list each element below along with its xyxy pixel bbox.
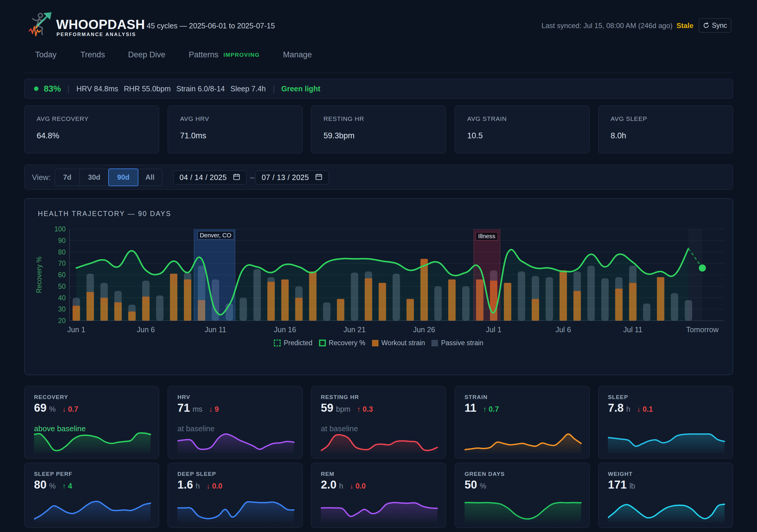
svg-text:Illness: Illness: [478, 233, 495, 239]
svg-text:40: 40: [58, 294, 66, 302]
svg-text:80: 80: [58, 248, 66, 256]
svg-text:Jun 6: Jun 6: [137, 325, 155, 334]
svg-text:70: 70: [58, 259, 66, 267]
svg-text:20: 20: [58, 317, 66, 325]
svg-text:100: 100: [54, 225, 66, 233]
svg-text:Jun 11: Jun 11: [205, 325, 226, 334]
svg-text:50: 50: [58, 282, 66, 290]
svg-text:Jun 16: Jun 16: [274, 325, 296, 334]
svg-text:30: 30: [58, 305, 66, 313]
svg-text:Denver, CO: Denver, CO: [199, 232, 231, 239]
svg-text:Jun 21: Jun 21: [343, 325, 366, 334]
svg-text:Jul 11: Jul 11: [623, 325, 643, 334]
svg-text:Tomorrow: Tomorrow: [686, 325, 719, 334]
svg-text:90: 90: [58, 237, 66, 245]
svg-text:Jun 1: Jun 1: [67, 325, 85, 334]
svg-text:Jul 1: Jul 1: [486, 325, 501, 334]
svg-text:Jun 26: Jun 26: [413, 325, 435, 334]
svg-text:Recovery %: Recovery %: [35, 256, 43, 293]
svg-text:Jul 6: Jul 6: [555, 325, 571, 334]
svg-text:60: 60: [58, 271, 66, 279]
